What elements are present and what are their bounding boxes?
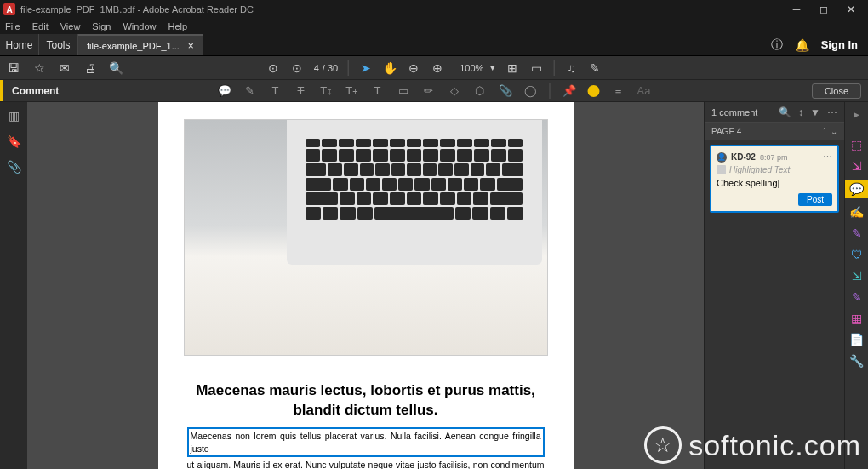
sign-tool-icon[interactable]: ✎ [588, 61, 602, 75]
comment-text-input[interactable]: Check spelling [717, 178, 832, 188]
document-area[interactable]: Maecenas mauris lectus, lobortis et puru… [27, 102, 704, 469]
highlight-icon[interactable]: ✎ [243, 84, 257, 98]
close-comment-button[interactable]: Close [812, 83, 861, 99]
highlighted-text[interactable]: Maecenas non lorem quis tellus placerat … [187, 427, 545, 457]
titlebar: A file-example_PDF_1MB.pdf - Adobe Acrob… [0, 0, 868, 19]
menu-edit[interactable]: Edit [31, 21, 50, 31]
create-pdf-icon[interactable]: ⬚ [849, 137, 865, 152]
edit-pdf-icon[interactable]: ✎ [849, 226, 865, 241]
home-tab[interactable]: Home [0, 34, 39, 55]
bell-icon[interactable]: 🔔 [796, 38, 809, 52]
comment-menu-icon[interactable]: ⋯ [823, 152, 832, 163]
fit-page-icon[interactable]: ▭ [529, 61, 543, 75]
page-total: / 30 [323, 63, 338, 73]
attachment-icon[interactable]: 📎 [7, 160, 20, 174]
collapse-icon[interactable]: ▸ [854, 107, 859, 121]
page-up-icon[interactable]: ⊙ [266, 61, 280, 75]
thumbnails-icon[interactable]: ▥ [7, 109, 20, 123]
sort-icon[interactable]: ↕ [798, 106, 803, 118]
comment-tool-icon[interactable]: 💬 [845, 180, 869, 198]
zoom-out-icon[interactable]: ⊖ [407, 61, 420, 75]
right-rail: ▸ ⬚ ⇲ 💬 ✍ ✎ 🛡 ⇲ ✎ ▦ 📄 🔧 [844, 102, 868, 469]
tools-tab[interactable]: Tools [39, 34, 78, 55]
print-icon[interactable]: 🖨 [83, 61, 97, 75]
protect-icon[interactable]: 🛡 [849, 247, 865, 262]
send-icon[interactable]: 📄 [849, 332, 865, 347]
more-icon[interactable]: ⋯ [827, 106, 837, 118]
comment-panel: 1 comment 🔍 ↕ ▼ ⋯ PAGE 4 1 ⌄ 👤 KD-92 8:0… [704, 102, 844, 469]
insert-text-icon[interactable]: T+ [345, 84, 359, 98]
star-icon[interactable]: ☆ [32, 61, 46, 75]
comment-page-count: 1 [822, 127, 827, 136]
close-tab-icon[interactable]: × [188, 40, 194, 52]
separator [553, 60, 554, 76]
menu-view[interactable]: View [59, 21, 83, 31]
compress-icon[interactable]: ⇲ [849, 268, 865, 283]
filter-icon[interactable]: ▼ [810, 106, 820, 118]
info-icon[interactable]: ⓘ [770, 38, 784, 52]
minimize-button[interactable]: ─ [783, 0, 810, 19]
sign-in-button[interactable]: Sign In [821, 38, 858, 51]
zoom-value: 100% [454, 62, 488, 74]
fill-sign-icon[interactable]: ✍ [849, 204, 865, 220]
more-tools-icon[interactable]: 🔧 [849, 353, 865, 369]
menu-sign[interactable]: Sign [90, 21, 112, 31]
strikethrough-icon[interactable]: T [294, 84, 308, 98]
comment-author: KD-92 [731, 152, 756, 162]
comment-page-label: PAGE 4 [711, 127, 741, 136]
color-picker-icon[interactable] [588, 85, 600, 97]
search-icon[interactable]: 🔍 [109, 61, 123, 75]
search-comments-icon[interactable]: 🔍 [779, 106, 791, 118]
keep-tool-icon[interactable]: 📌 [562, 84, 576, 98]
text-tool-icon[interactable]: T [371, 84, 385, 98]
laptop-graphic [287, 120, 542, 265]
hand-icon[interactable]: ✋ [383, 61, 397, 75]
page: Maecenas mauris lectus, lobortis et puru… [158, 102, 574, 469]
window-title: file-example_PDF_1MB.pdf - Adobe Acrobat… [20, 4, 783, 14]
font-icon[interactable]: Aa [637, 84, 651, 98]
app-icon: A [3, 3, 15, 15]
zoom-in-icon[interactable]: ⊕ [431, 61, 444, 75]
tab-row: Home Tools file-example_PDF_1... × ⓘ 🔔 S… [0, 34, 868, 56]
read-aloud-icon[interactable]: ♫ [564, 61, 578, 75]
menu-window[interactable]: Window [121, 21, 157, 31]
line-weight-icon[interactable]: ≡ [612, 84, 625, 98]
post-button[interactable]: Post [798, 193, 832, 206]
close-window-button[interactable]: ✕ [837, 0, 865, 19]
chevron-down-icon: ⌄ [831, 127, 837, 136]
zoom-level[interactable]: 100%▾ [454, 62, 495, 74]
save-icon[interactable]: 🖫 [7, 61, 20, 75]
separator [849, 129, 865, 129]
maximize-button[interactable]: ◻ [810, 0, 837, 19]
page-number[interactable]: 4 / 30 [314, 63, 338, 73]
highlight-type-icon [717, 165, 726, 174]
fit-width-icon[interactable]: ⊞ [505, 61, 519, 75]
document-tab[interactable]: file-example_PDF_1... × [78, 34, 203, 55]
eraser-icon[interactable]: ◇ [448, 84, 461, 98]
sticky-note-icon[interactable]: 💬 [218, 84, 231, 98]
redact-icon[interactable]: ✎ [849, 289, 865, 305]
underline-text-icon[interactable]: T [269, 84, 283, 98]
main-toolbar: 🖫 ☆ ✉ 🖨 🔍 ⊙ ⊙ 4 / 30 ➤ ✋ ⊖ ⊕ 100%▾ ⊞ ▭ ♫… [0, 56, 868, 80]
page-down-icon[interactable]: ⊙ [290, 61, 304, 75]
organize-icon[interactable]: ▦ [849, 311, 865, 326]
comment-card[interactable]: 👤 KD-92 8:07 pm ⋯ Highlighted Text Check… [710, 145, 839, 213]
menu-help[interactable]: Help [167, 21, 190, 31]
pointer-icon[interactable]: ➤ [359, 61, 373, 75]
comment-panel-header: 1 comment 🔍 ↕ ▼ ⋯ [705, 102, 844, 123]
stamp-icon[interactable]: ⬡ [473, 84, 487, 98]
menu-file[interactable]: File [3, 21, 22, 31]
textbox-icon[interactable]: ▭ [397, 84, 410, 98]
bookmark-icon[interactable]: 🔖 [7, 134, 20, 148]
pencil-icon[interactable]: ✏ [422, 84, 436, 98]
export-pdf-icon[interactable]: ⇲ [849, 158, 865, 174]
page-image [184, 119, 548, 356]
left-rail: ▥ 🔖 📎 [0, 102, 27, 469]
replace-text-icon[interactable]: T↕ [320, 84, 334, 98]
comment-type-label: Highlighted Text [729, 165, 790, 174]
mail-icon[interactable]: ✉ [58, 61, 71, 75]
comment-time: 8:07 pm [760, 153, 788, 162]
comment-page-header[interactable]: PAGE 4 1 ⌄ [705, 123, 844, 140]
attach-icon[interactable]: 📎 [499, 84, 512, 98]
shapes-icon[interactable]: ◯ [524, 84, 538, 98]
